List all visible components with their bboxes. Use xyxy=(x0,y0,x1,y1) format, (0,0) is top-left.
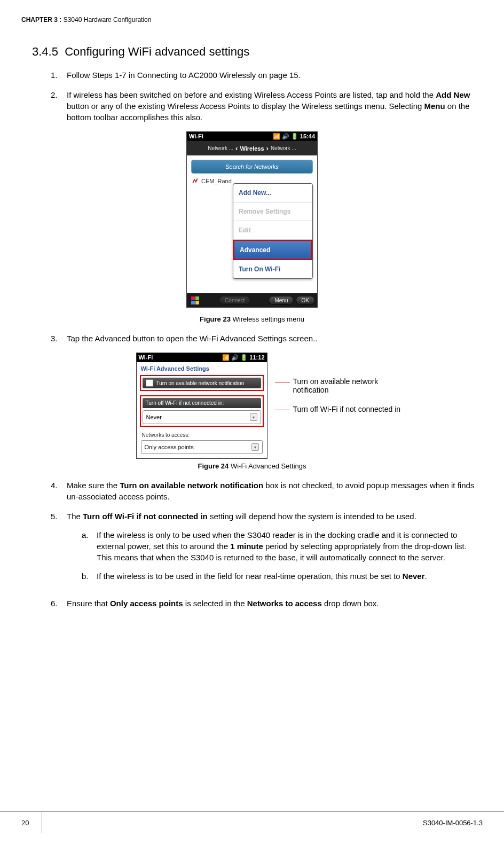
connect-button: Connect xyxy=(219,296,250,305)
networks-value: Only access points xyxy=(145,444,194,450)
step-5b: b. If the wireless is to be used in the … xyxy=(82,570,483,582)
networks-dropdown[interactable]: Only access points ▾ xyxy=(141,440,263,454)
status-bar: Wi-Fi 📶 🔊 🔋 15:44 xyxy=(187,132,317,141)
figure-label: Figure 24 xyxy=(198,462,229,470)
section-number: 3.4.5 xyxy=(32,45,58,58)
menu-item-advanced[interactable]: Advanced xyxy=(233,240,312,260)
chevron-down-icon: ▾ xyxy=(251,443,259,451)
annotation-notify: Turn on available network notification xyxy=(275,377,405,394)
step-4: 4. Make sure the Turn on available netwo… xyxy=(51,480,483,502)
annotation-text: Turn off Wi-Fi if not connected in xyxy=(293,405,401,413)
step-5a: a. If the wireless is only to be used wh… xyxy=(82,529,483,563)
highlight-box-notify: Turn on available network notification xyxy=(140,375,264,391)
chevron-down-icon: ▾ xyxy=(250,413,257,421)
step-5: 5. The Turn off Wi-Fi if not connected i… xyxy=(51,511,483,589)
status-right: 📶 🔊 🔋 15:44 xyxy=(273,133,315,140)
figure-caption-text: Wireless settings menu xyxy=(231,315,304,323)
figure-label: Figure 23 xyxy=(200,315,231,323)
callout-line xyxy=(275,410,290,410)
status-right: 📶 🔊 🔋 11:12 xyxy=(222,354,264,361)
figure-24: Wi-Fi 📶 🔊 🔋 11:12 Wi-Fi Advanced Setting… xyxy=(21,353,483,459)
step-1: 1. Follow Steps 1-7 in Connecting to AC2… xyxy=(51,69,483,81)
page-number: 20 xyxy=(21,812,42,833)
ok-button[interactable]: OK xyxy=(296,296,315,305)
chapter-label: CHAPTER 3 : xyxy=(21,16,61,24)
figure-caption-text: Wi-Fi Advanced Settings xyxy=(229,462,306,470)
menu-item-turn-on-wifi[interactable]: Turn On Wi-Fi xyxy=(233,260,312,278)
menu-button[interactable]: Menu xyxy=(269,296,294,305)
search-networks-button[interactable]: Search for Networks xyxy=(191,160,313,174)
context-menu: Add New... Remove Settings Edit Advanced… xyxy=(233,183,313,279)
notify-checkbox[interactable] xyxy=(146,379,153,387)
step-number: 1. xyxy=(51,69,67,81)
section-title-text: Configuring WiFi advanced settings xyxy=(65,45,249,58)
doc-id: S3040-IM-0056-1.3 xyxy=(423,819,483,827)
step-number: 2. xyxy=(51,89,67,123)
menu-item-edit: Edit xyxy=(233,221,312,240)
turnoff-label: Turn off Wi-Fi if not connected in: xyxy=(143,398,261,408)
annotations: Turn on available network notification T… xyxy=(275,353,405,459)
nav-bar: Network ... ‹ Wireless › Network ... xyxy=(187,141,317,155)
annotation-turnoff: Turn off Wi-Fi if not connected in xyxy=(275,405,405,413)
running-header: CHAPTER 3 : S3040 Hardware Configuration xyxy=(21,16,483,24)
signal-icon: 🗲 xyxy=(192,178,198,184)
notify-option-row[interactable]: Turn on available network notification xyxy=(143,378,261,388)
chapter-title: S3040 Hardware Configuration xyxy=(61,16,151,24)
step-number: 6. xyxy=(51,598,67,609)
chevron-left-icon: ‹ xyxy=(235,144,238,152)
turnoff-dropdown[interactable]: Never ▾ xyxy=(143,410,261,424)
step-number: 4. xyxy=(51,480,67,502)
windows-start-icon[interactable] xyxy=(189,295,201,305)
step-6: 6. Ensure that Only access points is sel… xyxy=(51,598,483,609)
step-text: If wireless has been switched on before … xyxy=(67,89,483,123)
networks-label: Networks to access: xyxy=(137,431,267,440)
notify-label: Turn on available network notification xyxy=(156,380,245,386)
menu-item-add-new[interactable]: Add New... xyxy=(233,184,312,202)
status-title: Wi-Fi xyxy=(189,133,203,140)
step-text: Make sure the Turn on available network … xyxy=(67,480,483,502)
device-body: Search for Networks 🗲 CEM_Rand Add New..… xyxy=(187,160,317,293)
ap-name: CEM_Rand xyxy=(201,178,232,184)
device-mock-fig23: Wi-Fi 📶 🔊 🔋 15:44 Network ... ‹ Wireless… xyxy=(186,131,318,308)
step-text: Follow Steps 1-7 in Connecting to AC2000… xyxy=(67,69,483,81)
highlight-box-turnoff: Turn off Wi-Fi if not connected in: Neve… xyxy=(140,395,264,427)
menu-item-remove-settings: Remove Settings xyxy=(233,202,312,221)
nav-left: Network ... xyxy=(208,145,233,151)
step-number: 3. xyxy=(51,333,67,344)
status-title: Wi-Fi xyxy=(139,354,153,361)
bottom-toolbar: Connect Menu OK xyxy=(187,293,317,307)
step-2: 2. If wireless has been switched on befo… xyxy=(51,89,483,123)
nav-center: Wireless xyxy=(240,145,264,152)
section-heading: 3.4.5 Configuring WiFi advanced settings xyxy=(32,45,483,59)
figure-23-caption: Figure 23 Wireless settings menu xyxy=(21,315,483,323)
turnoff-value: Never xyxy=(146,414,162,420)
step-text: Ensure that Only access points is select… xyxy=(67,598,483,609)
status-bar: Wi-Fi 📶 🔊 🔋 11:12 xyxy=(137,353,267,362)
nav-right: Network ... xyxy=(271,145,296,151)
sub-letter: a. xyxy=(82,529,97,563)
sub-letter: b. xyxy=(82,570,97,582)
annotation-text: Turn on available network notification xyxy=(293,377,405,394)
device-mock-fig24: Wi-Fi 📶 🔊 🔋 11:12 Wi-Fi Advanced Setting… xyxy=(136,353,267,459)
step-text: The Turn off Wi-Fi if not connected in s… xyxy=(67,511,483,589)
chevron-right-icon: › xyxy=(266,144,269,152)
figure-23: Wi-Fi 📶 🔊 🔋 15:44 Network ... ‹ Wireless… xyxy=(21,131,483,308)
step-text: Tap the Advanced button to open the Wi-F… xyxy=(67,333,483,344)
step-3: 3. Tap the Advanced button to open the W… xyxy=(51,333,483,344)
page-footer: 20 S3040-IM-0056-1.3 xyxy=(0,811,504,833)
figure-24-caption: Figure 24 Wi-Fi Advanced Settings xyxy=(21,462,483,470)
step-number: 5. xyxy=(51,511,67,589)
callout-line xyxy=(275,382,290,382)
screen-title: Wi-Fi Advanced Settings xyxy=(137,362,267,374)
